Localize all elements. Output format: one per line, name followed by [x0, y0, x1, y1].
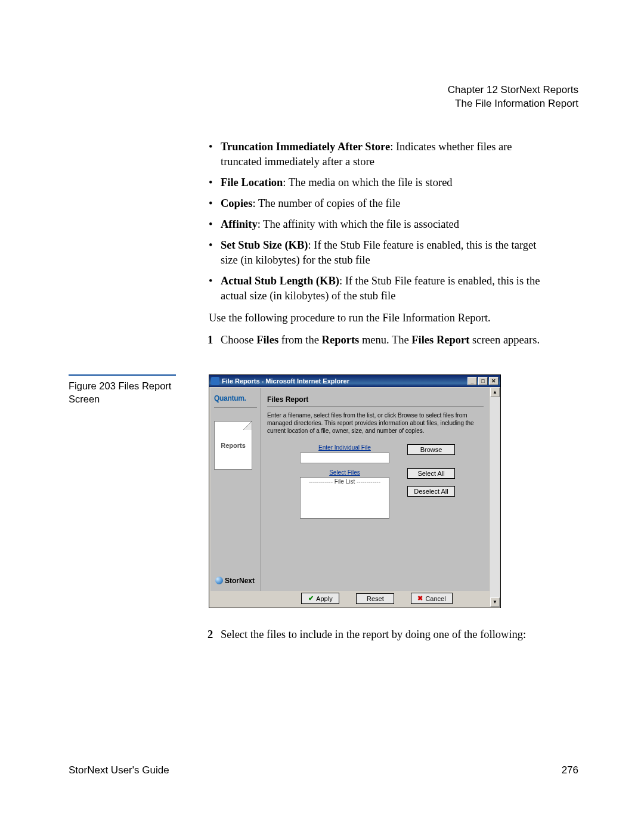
panel-title: Files Report — [267, 395, 484, 404]
apply-button[interactable]: ✔Apply — [301, 593, 339, 604]
reports-tab[interactable]: Reports — [214, 421, 252, 470]
divider — [267, 406, 484, 407]
bullet-item: • Affinity: The affinity with which the … — [209, 217, 546, 232]
individual-file-input[interactable] — [300, 453, 389, 463]
bullet-text: Actual Stub Length (KB): If the Stub Fil… — [221, 274, 546, 304]
bullet-text: Truncation Immediately After Store: Indi… — [221, 140, 546, 169]
x-icon: ✖ — [417, 594, 423, 602]
select-files-label: Select Files — [300, 469, 389, 476]
select-all-button[interactable]: Select All — [407, 468, 455, 479]
bullet-item: • Set Stub Size (KB): If the Stub File f… — [209, 238, 546, 268]
action-button-row: ✔Apply Reset ✖Cancel — [264, 591, 490, 606]
page-header: Chapter 12 StorNext Reports The File Inf… — [69, 83, 578, 111]
footer-left: StorNext User's Guide — [69, 764, 169, 776]
product-logo: StorNext — [215, 577, 255, 585]
section-line: The File Information Report — [69, 97, 578, 111]
intro-paragraph: Use the following procedure to run the F… — [209, 311, 546, 326]
main-panel: Files Report Enter a filename, select fi… — [261, 388, 490, 591]
divider — [214, 407, 257, 408]
step-number: 1 — [208, 333, 221, 348]
file-list[interactable]: ------------ File List ------------ — [300, 477, 389, 519]
bullet-mark: • — [209, 140, 221, 169]
panel-description: Enter a filename, select files from the … — [267, 411, 484, 435]
brand-logo: Quantum. — [214, 394, 257, 402]
product-name: StorNext — [225, 577, 255, 585]
maximize-button[interactable]: □ — [478, 377, 488, 385]
bullet-item: • Actual Stub Length (KB): If the Stub F… — [209, 274, 546, 304]
browse-button[interactable]: Browse — [407, 444, 455, 455]
figure-caption: Figure 203 Files Report Screen — [69, 379, 185, 406]
globe-icon — [215, 577, 223, 584]
page-footer: StorNext User's Guide 276 — [69, 764, 578, 776]
bullet-mark: • — [209, 175, 221, 190]
bullet-mark: • — [209, 196, 221, 211]
bullet-item: • File Location: The media on which the … — [209, 175, 546, 190]
reset-button[interactable]: Reset — [356, 593, 394, 604]
figure-rule — [69, 374, 176, 376]
bullet-text: Set Stub Size (KB): If the Stub File fea… — [221, 238, 546, 268]
bullet-item: • Truncation Immediately After Store: In… — [209, 140, 546, 169]
chapter-line: Chapter 12 StorNext Reports — [69, 83, 578, 97]
scrollbar[interactable]: ▲ ▼ — [490, 388, 500, 607]
bullet-item: • Copies: The number of copies of the fi… — [209, 196, 546, 211]
check-icon: ✔ — [308, 594, 314, 602]
footer-right: 276 — [562, 764, 578, 776]
bullet-mark: • — [209, 217, 221, 232]
ie-icon — [211, 377, 219, 385]
step-text: Select the files to include in the repor… — [221, 627, 526, 642]
step-1: 1 Choose Files from the Reports menu. Th… — [208, 333, 546, 348]
step-text: Choose Files from the Reports menu. The … — [221, 333, 540, 348]
individual-file-label: Enter Individual File — [300, 444, 389, 451]
cancel-button[interactable]: ✖Cancel — [411, 593, 452, 604]
bullet-mark: • — [209, 238, 221, 268]
step-2: 2 Select the files to include in the rep… — [208, 627, 546, 642]
bullet-mark: • — [209, 274, 221, 304]
reports-tab-label: Reports — [221, 442, 246, 449]
close-button[interactable]: ✕ — [489, 377, 499, 385]
bullet-text: File Location: The media on which the fi… — [221, 175, 453, 190]
window-titlebar: File Reports - Microsoft Internet Explor… — [209, 375, 500, 387]
left-sidebar: Quantum. Reports StorNext — [210, 388, 261, 591]
scroll-down-button[interactable]: ▼ — [490, 597, 500, 607]
minimize-button[interactable]: _ — [467, 377, 477, 385]
scroll-up-button[interactable]: ▲ — [490, 388, 500, 397]
bullet-text: Copies: The number of copies of the file — [221, 196, 400, 211]
deselect-all-button[interactable]: Deselect All — [407, 486, 455, 497]
bullet-text: Affinity: The affinity with which the fi… — [221, 217, 459, 232]
window-title: File Reports - Microsoft Internet Explor… — [222, 377, 466, 385]
screenshot-window: File Reports - Microsoft Internet Explor… — [209, 374, 501, 608]
step-number: 2 — [208, 627, 221, 642]
